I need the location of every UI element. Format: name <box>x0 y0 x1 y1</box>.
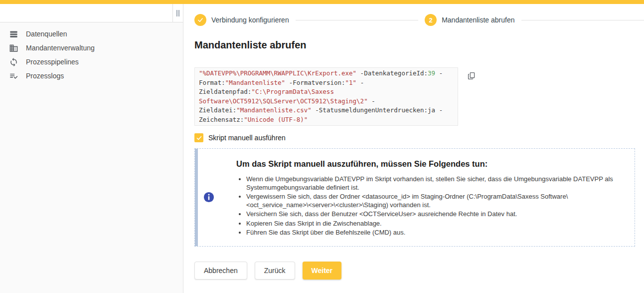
info-bullet: Kopieren Sie das Skript in die Zwischena… <box>246 220 620 228</box>
script-section: "%DATEVPP%\PROGRAMM\RWAPPLIC\KrExport.ex… <box>194 67 644 126</box>
page-title: Mandantenliste abrufen <box>194 39 644 51</box>
step-1-label: Verbindung konfigurieren <box>211 16 289 24</box>
copy-icon <box>467 71 476 80</box>
step-1-indicator <box>194 14 206 26</box>
info-box: Um das Skript manuell auszuführen, müsse… <box>194 148 635 247</box>
copy-script-button[interactable] <box>467 71 476 80</box>
manual-run-checkbox[interactable]: Skript manuell ausführen <box>194 133 286 142</box>
sidebar-item-label: Prozesspipelines <box>26 58 79 66</box>
info-bullet: Vergewissern Sie sich, dass der Ordner <… <box>246 193 620 209</box>
sidebar-resize-handle[interactable] <box>172 4 183 22</box>
info-bullet-list: Wenn die Umgebungsvariable DATEVPP im Sk… <box>236 175 620 237</box>
sidebar: Datenquellen Mandantenverwaltung Prozess… <box>0 4 183 293</box>
back-button[interactable]: Zurück <box>255 262 295 280</box>
info-bullet: Wenn die Umgebungsvariable DATEVPP im Sk… <box>246 175 620 192</box>
sidebar-item-label: Prozesslogs <box>26 72 64 80</box>
step-2-label: Mandantenliste abrufen <box>442 16 514 24</box>
script-code-block: "%DATEVPP%\PROGRAMM\RWAPPLIC\KrExport.ex… <box>194 67 458 126</box>
cancel-button[interactable]: Abbrechen <box>194 262 247 280</box>
checkbox-checked-icon <box>194 133 203 142</box>
info-icon-column <box>195 149 220 246</box>
check-icon <box>197 16 204 23</box>
step-connector <box>521 20 644 20</box>
info-box-left-bar <box>195 149 198 246</box>
info-bullet: Versichern Sie sich, dass der Benutzer <… <box>246 210 620 219</box>
info-bullet: Führen Sie das Skript über die Befehlsze… <box>246 229 620 237</box>
wizard-actions: Abbrechen Zurück Weiter <box>194 262 644 280</box>
building-icon <box>9 43 18 53</box>
sidebar-item-prozesslogs[interactable]: Prozesslogs <box>0 69 183 83</box>
sidebar-item-label: Mandantenverwaltung <box>26 44 95 52</box>
sidebar-item-mandantenverwaltung[interactable]: Mandantenverwaltung <box>0 41 183 55</box>
log-check-icon <box>9 71 18 81</box>
checkbox-label: Skript manuell ausführen <box>208 134 286 142</box>
sync-icon <box>9 57 18 67</box>
sidebar-nav: Datenquellen Mandantenverwaltung Prozess… <box>0 22 183 83</box>
next-button[interactable]: Weiter <box>303 262 342 280</box>
sidebar-header <box>0 4 183 22</box>
step-2-number: 2 <box>429 16 433 24</box>
data-sources-icon <box>9 29 18 39</box>
main-content: Verbindung konfigurieren 2 Mandantenlist… <box>184 4 644 293</box>
step-2-mandantenliste-abrufen[interactable]: 2 Mandantenliste abrufen <box>425 14 514 26</box>
wizard-stepper: Verbindung konfigurieren 2 Mandantenlist… <box>194 14 644 26</box>
sidebar-item-datenquellen[interactable]: Datenquellen <box>0 27 183 41</box>
sidebar-item-label: Datenquellen <box>26 30 67 38</box>
info-icon <box>203 192 214 203</box>
top-accent-bar <box>0 0 644 4</box>
step-connector <box>296 20 419 20</box>
info-title: Um das Skript manuell auszuführen, müsse… <box>236 159 620 169</box>
step-1-verbindung-konfigurieren[interactable]: Verbindung konfigurieren <box>194 14 289 26</box>
info-content: Um das Skript manuell auszuführen, müsse… <box>220 149 635 246</box>
step-2-indicator: 2 <box>425 14 437 26</box>
sidebar-item-prozesspipelines[interactable]: Prozesspipelines <box>0 55 183 69</box>
